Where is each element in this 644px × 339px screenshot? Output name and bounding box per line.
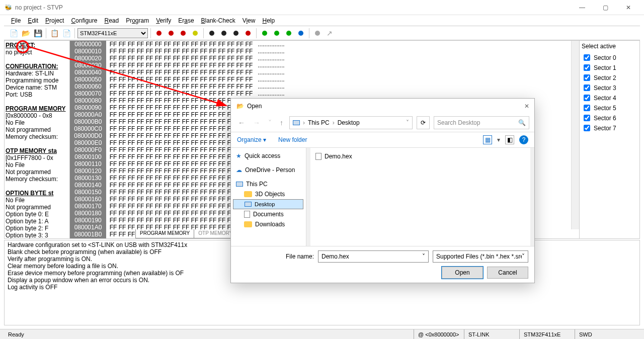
tool-icon-12[interactable] xyxy=(296,28,306,38)
file-list[interactable]: Demo.hex xyxy=(310,148,530,246)
project-value: no project xyxy=(6,49,68,56)
paste-icon[interactable]: 📄 xyxy=(61,28,71,38)
new-icon[interactable]: 📄 xyxy=(9,28,19,38)
cancel-button[interactable]: Cancel xyxy=(487,267,528,279)
menu-view[interactable]: View xyxy=(239,16,259,25)
tree-item-quick-access[interactable]: ★Quick access xyxy=(233,151,304,161)
dialog-title: Open xyxy=(247,103,262,110)
hex-row[interactable]: 08000000 FF FF FF FF FF FF FF FF FF FF F… xyxy=(70,41,579,48)
sector-checkbox[interactable]: Sector 1 xyxy=(582,63,637,72)
tree-item-documents[interactable]: Documents xyxy=(233,209,304,219)
menu-erase[interactable]: Erase xyxy=(175,16,197,25)
hex-row[interactable]: 08000050 FF FF FF FF FF FF FF FF FF FF F… xyxy=(70,76,579,83)
menu-blank-check[interactable]: Blank-Check xyxy=(198,16,238,25)
info-line: Port: USB xyxy=(6,91,68,98)
filename-label: File name: xyxy=(286,253,314,260)
breadcrumb-desktop[interactable]: Desktop xyxy=(338,119,360,126)
breadcrumb-pc[interactable]: This PC xyxy=(308,119,330,126)
tree-item-downloads[interactable]: Downloads xyxy=(233,219,304,229)
organize-menu[interactable]: Organize ▾ xyxy=(237,136,266,143)
open-button[interactable]: Open xyxy=(442,267,483,279)
hex-row[interactable]: 08000020 FF FF FF FF FF FF FF FF FF FF F… xyxy=(70,55,579,62)
menu-bar: File Edit Project Configure Read Program… xyxy=(4,15,640,26)
info-line: No File xyxy=(6,197,68,204)
sector-checkbox[interactable]: Sector 3 xyxy=(582,83,637,93)
view-dropdown-icon[interactable]: ▾ xyxy=(497,136,500,143)
menu-verify[interactable]: Verify xyxy=(153,16,174,25)
filelist-scrollbar[interactable] xyxy=(530,148,534,246)
menu-project[interactable]: Project xyxy=(42,16,67,25)
filename-input[interactable]: Demo.hex˅ xyxy=(318,250,429,263)
tool-icon-4[interactable] xyxy=(190,28,200,38)
nav-back-icon[interactable]: ← xyxy=(236,119,247,127)
tool-icon-13[interactable] xyxy=(312,28,323,38)
tool-icon-11[interactable] xyxy=(284,28,294,38)
view-mode-icon[interactable]: ▦ xyxy=(483,135,492,144)
hex-scrollbar[interactable] xyxy=(571,41,579,229)
sector-checkbox[interactable]: Sector 6 xyxy=(582,113,637,123)
hex-row[interactable]: 08000040 FF FF FF FF FF FF FF FF FF FF F… xyxy=(70,69,579,76)
tree-item-3d-objects[interactable]: 3D Objects xyxy=(233,189,304,199)
help-icon[interactable]: ? xyxy=(519,135,528,144)
breadcrumb-dropdown-icon[interactable]: ˅ xyxy=(406,119,409,126)
tree-item-this-pc[interactable]: This PC xyxy=(233,179,304,189)
sector-checkbox[interactable]: Sector 0 xyxy=(582,53,637,62)
chevron-down-icon[interactable]: ˅ xyxy=(422,253,425,260)
tree-item-onedrive-person[interactable]: ☁OneDrive - Person xyxy=(233,165,304,175)
menu-edit[interactable]: Edit xyxy=(25,16,41,25)
info-line: Option byte 3: 3 xyxy=(6,232,68,238)
hex-row[interactable]: 08000030 FF FF FF FF FF FF FF FF FF FF F… xyxy=(70,62,579,69)
tool-icon-6[interactable] xyxy=(219,28,229,38)
tab-program-memory[interactable]: PROGRAM MEMORY xyxy=(135,229,194,238)
dialog-close-icon[interactable]: ✕ xyxy=(524,103,529,110)
menu-configure[interactable]: Configure xyxy=(68,16,100,25)
toolbar: 📄 📂 💾 📋 📄 STM32F411xE ↗ xyxy=(4,26,640,40)
log-line: Log activity is OFF xyxy=(8,284,636,291)
copy-icon[interactable]: 📋 xyxy=(49,28,59,38)
tree-item-desktop[interactable]: Desktop xyxy=(233,199,303,209)
project-header: PROJECT: xyxy=(6,42,68,49)
sector-checkbox[interactable]: Sector 5 xyxy=(582,103,637,113)
sector-checkbox[interactable]: Sector 2 xyxy=(582,73,637,82)
sector-checkbox[interactable]: Sector 7 xyxy=(582,123,637,133)
refresh-icon[interactable]: ⟳ xyxy=(417,116,430,129)
breadcrumb[interactable]: › This PC › Desktop ˅ xyxy=(289,116,413,129)
menu-file[interactable]: File xyxy=(8,16,24,25)
menu-program[interactable]: Program xyxy=(123,16,152,25)
minimize-button[interactable]: — xyxy=(571,0,594,15)
info-line: Memory checksum: xyxy=(6,176,68,183)
tool-icon-2[interactable] xyxy=(166,28,176,38)
info-line: Not programmed xyxy=(6,126,68,133)
file-item[interactable]: Demo.hex xyxy=(314,152,526,161)
tool-icon-3[interactable] xyxy=(178,28,188,38)
open-icon[interactable]: 📂 xyxy=(21,28,31,38)
tool-icon-8[interactable] xyxy=(243,28,253,38)
tool-icon-10[interactable] xyxy=(272,28,282,38)
nav-forward-icon[interactable]: → xyxy=(251,119,262,127)
hex-row[interactable]: 08000010 FF FF FF FF FF FF FF FF FF FF F… xyxy=(70,48,579,55)
save-icon[interactable]: 💾 xyxy=(33,28,43,38)
chevron-down-icon[interactable]: ˅ xyxy=(522,253,525,260)
sector-checkbox[interactable]: Sector 4 xyxy=(582,93,637,103)
tool-icon-9[interactable] xyxy=(260,28,270,38)
hex-row[interactable]: 08000070 FF FF FF FF FF FF FF FF FF FF F… xyxy=(70,90,579,97)
new-folder-button[interactable]: New folder xyxy=(278,136,307,143)
menu-help[interactable]: Help xyxy=(259,16,278,25)
hex-row[interactable]: 08000060 FF FF FF FF FF FF FF FF FF FF F… xyxy=(70,83,579,90)
file-icon xyxy=(315,153,321,160)
close-button[interactable]: ✕ xyxy=(617,0,640,15)
menu-read[interactable]: Read xyxy=(101,16,122,25)
app-icon: 🐝 xyxy=(4,4,12,12)
tool-icon-7[interactable] xyxy=(231,28,241,38)
tool-icon-1[interactable] xyxy=(154,28,164,38)
tree-scrollbar[interactable] xyxy=(306,148,310,246)
tool-icon-14[interactable]: ↗ xyxy=(325,28,335,38)
nav-recent-icon[interactable]: ˅ xyxy=(266,119,274,127)
preview-pane-icon[interactable]: ◧ xyxy=(505,135,514,144)
device-select[interactable]: STM32F411xE xyxy=(77,28,148,38)
search-input[interactable]: Search Desktop 🔍 xyxy=(434,116,529,129)
tool-icon-5[interactable] xyxy=(207,28,217,38)
filter-select[interactable]: Supported Files (*.bin *.hex *.sre˅ xyxy=(433,250,528,263)
nav-up-icon[interactable]: ↑ xyxy=(278,119,285,127)
maximize-button[interactable]: ▢ xyxy=(594,0,617,15)
